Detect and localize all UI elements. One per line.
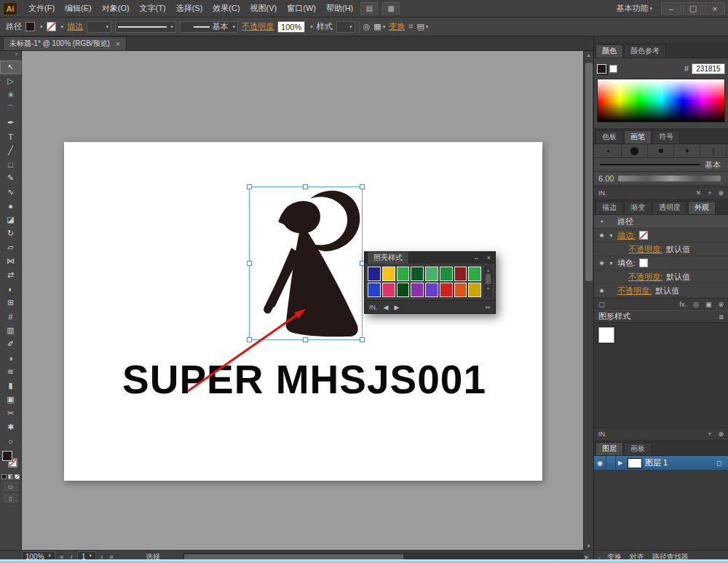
column-graph-tool[interactable]: ▮ [0,379,21,393]
selection-handle[interactable] [303,184,308,189]
free-transform-tool[interactable]: ⇄ [0,268,21,282]
calligraphic-brush[interactable] [596,145,622,157]
screen-mode-icon[interactable]: ▯ [4,494,17,503]
basic-brush-label[interactable]: 基本 [705,160,727,170]
add-effect-icon[interactable]: fx. [680,301,687,308]
style-swatch[interactable] [468,283,481,297]
artboard-tool[interactable]: ▣ [0,393,21,406]
layer-target-icon[interactable]: ◻ [716,460,728,467]
layer-expand-icon[interactable]: ▶ [616,460,625,466]
color-mode-icon[interactable] [1,474,7,479]
line-segment-tool[interactable]: ╱ [0,143,21,157]
attribute-label[interactable]: 不透明度: [628,244,662,255]
pen-tool[interactable]: ✒ [0,116,21,130]
appearance-row[interactable]: ▪路径 [594,215,728,229]
scroll-thumb[interactable] [486,274,491,284]
scroll-down-icon[interactable]: ▼ [584,543,593,548]
delete-item-icon[interactable]: ⊗ [718,301,724,308]
hand-tool[interactable]: ✱ [0,420,21,434]
draw-mode-icon[interactable]: ▭ [4,482,17,491]
brushes-tab[interactable]: 色板 [596,130,623,143]
layer-name[interactable]: 图层 1 [645,457,716,468]
fill-color-swatch[interactable] [25,22,35,31]
appearance-row[interactable]: 不透明度:默认值 [594,243,728,256]
panel-title-bar[interactable]: 照亮样式 ⇔ × [365,252,495,264]
color-tab[interactable]: 颜色参考 [624,44,666,58]
opacity-input[interactable]: 100% [277,21,305,33]
panel-options-icon[interactable]: ▤▾ [416,22,428,31]
style-swatch[interactable] [425,267,438,281]
appearance-row[interactable]: 不透明度:默认值 [594,270,728,284]
minimize-button[interactable]: – [661,2,681,15]
chevron-down-icon[interactable]: ▾ [310,24,313,30]
layers-tab[interactable]: 画板 [624,442,652,455]
menu-item[interactable]: 文字(T) [135,1,171,16]
rotate-tool[interactable]: ↻ [0,227,21,240]
next-library-icon[interactable]: ▶ [394,304,399,311]
stroke-weight-select[interactable]: ▾ [87,21,111,33]
new-graphic-style-icon[interactable]: + [708,430,711,438]
toolbar-fill-swatch[interactable] [2,451,12,461]
document-tab[interactable]: 未标题-1* @ 100% (RGB/预览) × [3,36,127,50]
calligraphic-brush[interactable] [622,145,648,157]
style-swatch[interactable] [411,283,424,297]
layer-visibility-icon[interactable]: ◉ [594,456,606,470]
color-spectrum[interactable] [597,79,725,122]
style-libraries-menu-icon[interactable]: IN. [598,430,607,438]
selection-handle[interactable] [303,337,308,342]
chevron-down-icon[interactable]: ▾ [61,24,64,30]
width-profile-select[interactable]: 基本▾ [180,21,238,33]
opacity-link[interactable]: 不透明度 [242,21,274,32]
style-swatch[interactable] [468,267,481,281]
style-swatch[interactable] [368,267,381,281]
color-tab[interactable]: 颜色 [596,44,623,58]
eraser-tool[interactable]: ◪ [0,213,21,227]
visibility-toggle-icon[interactable]: ▪ [597,218,606,225]
menu-item[interactable]: 效果(C) [207,1,245,16]
brushes-tab[interactable]: 画笔 [624,130,652,143]
close-button[interactable]: × [705,2,725,15]
attribute-value[interactable]: 默认值 [666,244,690,255]
attribute-label[interactable]: 描边: [617,230,636,241]
visibility-toggle-icon[interactable]: ◉ [597,232,606,238]
selection-handle[interactable] [360,337,365,342]
hex-input[interactable]: 231815 [692,63,725,74]
symbol-sprayer-tool[interactable]: ≋ [0,365,21,379]
collapse-panel-icon[interactable]: ⇔ [471,254,482,261]
none-mode-icon[interactable] [15,474,20,479]
eyedropper-tool[interactable]: ✐ [0,337,21,351]
vertical-scrollbar[interactable]: ▲ ▼ [583,51,593,550]
align-options-icon[interactable]: ▦▾ [373,22,385,31]
flat-brush[interactable]: ❘ [700,145,727,157]
color-swatch[interactable] [639,259,648,267]
mesh-tool[interactable]: # [0,310,21,323]
style-swatch[interactable] [368,283,381,297]
selection-handle[interactable] [247,261,252,266]
prev-library-icon[interactable]: ◀ [384,304,389,311]
isolate-selection-icon[interactable]: ⌗ [408,22,413,31]
layers-tab[interactable]: 图层 [596,442,623,455]
panel-tab-label[interactable]: 照亮样式 [367,251,409,264]
new-stroke-icon[interactable]: ▢ [598,301,605,308]
width-tool[interactable]: ⋈ [0,254,21,268]
zoom-tool[interactable]: ○ [0,434,21,448]
calligraphic-brush[interactable] [674,145,700,157]
libraries-menu-icon[interactable]: IN. [369,304,378,311]
clear-appearance-icon[interactable]: ◎ [693,301,699,308]
style-select[interactable]: ▾ [336,21,355,33]
new-brush-icon[interactable]: + [708,189,711,197]
collapse-toolbar-icon[interactable]: » [0,51,21,60]
pencil-tool[interactable]: ∿ [0,185,21,199]
gradient-mode-icon[interactable] [8,474,13,479]
layer-row[interactable]: ◉ ▶ 图层 1 ◻ [594,456,728,470]
arrange-documents-icon[interactable]: ▤ [360,2,378,15]
menu-item[interactable]: 文件(F) [23,1,60,16]
panel-scrollbar[interactable]: ▴▾ [484,267,492,297]
style-swatch[interactable] [411,267,424,281]
default-style-swatch[interactable] [598,327,614,343]
expand-arrow-icon[interactable]: ▼ [609,261,615,266]
scale-tool[interactable]: ▱ [0,240,21,254]
slice-tool[interactable]: ✂ [0,406,21,420]
menu-item[interactable]: 窗口(W) [282,1,321,16]
lasso-tool[interactable]: ⌒ [0,102,21,116]
